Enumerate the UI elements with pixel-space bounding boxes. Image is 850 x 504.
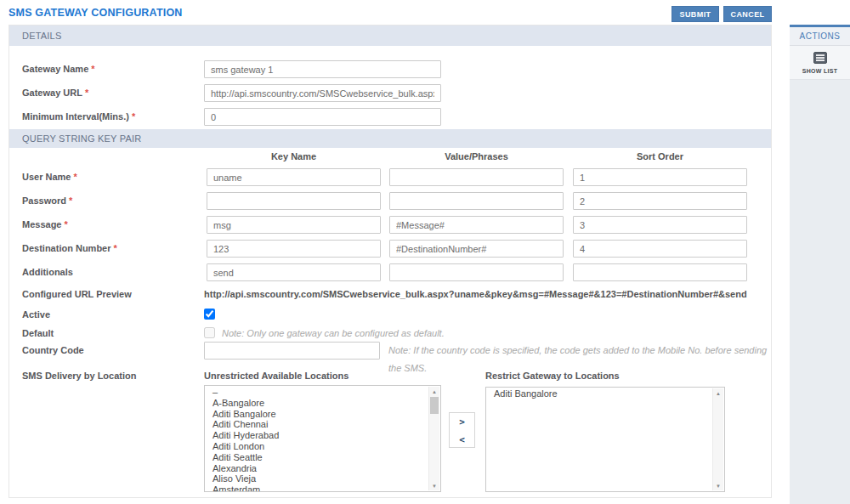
query-row-destination-number: Destination Number* [9, 240, 771, 258]
minimum-interval-row: Minimum Interval(Mins.)* [9, 108, 771, 126]
required-asterisk: * [91, 64, 94, 74]
destination-number-sort-input[interactable] [573, 240, 747, 258]
gateway-url-label: Gateway URL* [22, 84, 88, 102]
gateway-name-row: Gateway Name* [9, 60, 771, 78]
scrollbar-thumb[interactable] [430, 397, 439, 414]
delivery-label: SMS Delivery by Location [22, 369, 136, 382]
default-label: Default [22, 325, 54, 343]
scroll-up-arrow-icon[interactable]: ▲ [429, 387, 439, 396]
url-preview-row: Configured URL Preview http://api.smscou… [9, 286, 771, 303]
required-asterisk: * [73, 172, 76, 182]
required-asterisk: * [64, 219, 67, 229]
default-checkbox [204, 327, 215, 338]
available-locations-list[interactable]: –A-BangaloreAditi BangaloreAditi Chennai… [204, 385, 441, 492]
query-grid-column-headers: Key Name Value/Phrases Sort Order [9, 151, 771, 165]
restricted-locations-items: Aditi Bangalore [486, 388, 711, 491]
show-list-icon [813, 55, 827, 65]
query-string-section-header: QUERY STRING KEY PAIR [9, 129, 771, 148]
minimum-interval-input[interactable] [204, 108, 441, 126]
default-note: Note: Only one gateway can be configured… [222, 325, 445, 343]
move-right-button[interactable]: > [450, 413, 474, 431]
column-header-sort-order: Sort Order [573, 151, 747, 161]
details-section-header: DETAILS [9, 25, 771, 46]
list-item[interactable]: Aditi Hyderabad [205, 430, 428, 441]
submit-button[interactable]: SUBMIT [672, 6, 719, 22]
scroll-down-arrow-icon[interactable]: ▼ [713, 481, 723, 490]
list-item[interactable]: A-Bangalore [205, 398, 428, 409]
column-header-value-phrases: Value/Phrases [389, 151, 564, 161]
user-name-key-input[interactable] [207, 168, 381, 186]
list-item[interactable]: – [205, 387, 428, 398]
scroll-down-arrow-icon[interactable]: ▼ [429, 481, 439, 490]
main-panel: DETAILS Gateway Name* Gateway URL* Minim… [8, 25, 772, 498]
active-row: Active [9, 306, 771, 324]
gateway-name-input[interactable] [204, 60, 441, 78]
available-locations-label: Unrestricted Available Locations [204, 369, 348, 382]
country-code-row: Country Code Note: If the country code i… [9, 342, 771, 360]
additionals-sort-input[interactable] [573, 263, 747, 281]
message-value-input[interactable] [389, 216, 564, 234]
additionals-label: Additionals [22, 263, 73, 281]
column-header-key-name: Key Name [207, 151, 381, 161]
user-name-label: User Name* [22, 168, 77, 186]
location-transfer-buttons: > < [449, 412, 475, 448]
password-value-input[interactable] [389, 192, 564, 210]
query-row-message: Message* [9, 216, 771, 234]
list-item[interactable]: Aditi Bangalore [205, 409, 428, 420]
list-item[interactable]: Aditi Chennai [205, 419, 428, 430]
page-title: SMS GATEWAY CONFIGURATION [8, 7, 183, 19]
user-name-sort-input[interactable] [573, 168, 747, 186]
available-locations-items: –A-BangaloreAditi BangaloreAditi Chennai… [205, 387, 428, 491]
available-list-scrollbar[interactable]: ▲ ▼ [428, 387, 439, 490]
gateway-url-input[interactable] [204, 84, 441, 102]
actions-panel: ACTIONS SHOW LIST [790, 25, 850, 504]
restricted-locations-label: Restrict Gateway to Locations [485, 369, 620, 382]
active-checkbox[interactable] [204, 309, 215, 320]
active-label: Active [22, 306, 50, 324]
restricted-list-scrollbar[interactable]: ▲ ▼ [712, 388, 723, 490]
list-item[interactable]: Aditi Bangalore [486, 388, 711, 399]
password-label: Password* [22, 192, 72, 210]
scroll-up-arrow-icon[interactable]: ▲ [713, 388, 723, 398]
show-list-label: SHOW LIST [790, 68, 850, 74]
gateway-url-row: Gateway URL* [9, 84, 771, 102]
message-sort-input[interactable] [573, 216, 747, 234]
message-label: Message* [22, 216, 68, 234]
chevron-right-icon: > [459, 416, 465, 428]
destination-number-key-input[interactable] [207, 240, 381, 258]
required-asterisk: * [85, 88, 88, 98]
list-item[interactable]: Aditi Seattle [205, 452, 428, 463]
cancel-button[interactable]: CANCEL [723, 6, 772, 22]
required-asterisk: * [114, 243, 117, 253]
additionals-value-input[interactable] [389, 263, 564, 281]
required-asterisk: * [69, 195, 72, 206]
destination-number-value-input[interactable] [389, 240, 564, 258]
delivery-labels-row: SMS Delivery by Location Unrestricted Av… [9, 369, 771, 382]
password-key-input[interactable] [207, 192, 381, 210]
sms-gateway-configuration-screen: SMS GATEWAY CONFIGURATION SUBMIT CANCEL … [0, 0, 850, 504]
url-preview-label: Configured URL Preview [22, 286, 132, 303]
url-preview-value: http://api.smscountry.com/SMSCwebservice… [204, 286, 747, 303]
user-name-value-input[interactable] [389, 168, 564, 186]
country-code-input[interactable] [204, 342, 380, 360]
show-list-button[interactable]: SHOW LIST [790, 46, 850, 80]
additionals-key-input[interactable] [207, 263, 381, 281]
country-code-label: Country Code [22, 342, 84, 360]
query-row-password: Password* [9, 192, 771, 210]
gateway-name-label: Gateway Name* [22, 60, 95, 78]
list-item[interactable]: Alexandria [205, 463, 428, 474]
move-left-button[interactable]: < [450, 431, 474, 449]
list-item[interactable]: Amsterdam [205, 484, 428, 492]
list-item[interactable]: Aditi London [205, 441, 428, 452]
restricted-locations-list[interactable]: Aditi Bangalore ▲ ▼ [485, 387, 725, 492]
minimum-interval-label: Minimum Interval(Mins.)* [22, 108, 135, 126]
query-row-additionals: Additionals [9, 263, 771, 281]
actions-panel-title: ACTIONS [790, 27, 850, 46]
password-sort-input[interactable] [573, 192, 747, 210]
message-key-input[interactable] [207, 216, 381, 234]
required-asterisk: * [132, 111, 135, 122]
list-item[interactable]: Aliso Vieja [205, 473, 428, 484]
default-row: Default Note: Only one gateway can be co… [9, 325, 771, 343]
destination-number-label: Destination Number* [22, 240, 117, 258]
query-row-user-name: User Name* [9, 168, 771, 186]
